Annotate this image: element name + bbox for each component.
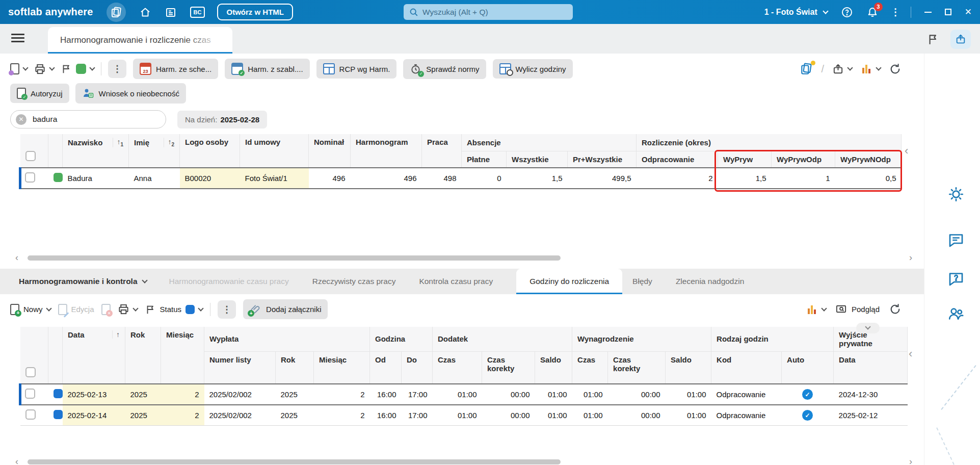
- col-dodatek-czas-korekty[interactable]: Czas korekty: [482, 351, 535, 384]
- col-id-umowy[interactable]: Id umowy: [240, 134, 309, 168]
- print-button[interactable]: [34, 63, 54, 75]
- col-wyprywnodp[interactable]: WyPrywNOdp: [835, 151, 902, 168]
- status-detail-filter[interactable]: Status: [145, 304, 203, 315]
- col-od[interactable]: Od: [370, 351, 402, 384]
- cell-d-korekta[interactable]: 00:00: [482, 384, 535, 405]
- status-filter[interactable]: [61, 63, 94, 74]
- cell-w-korekta[interactable]: 00:00: [608, 384, 666, 405]
- community-icon[interactable]: [947, 304, 965, 323]
- cell-harmonogram[interactable]: 496: [351, 168, 422, 189]
- col-wyjscie-data[interactable]: Data: [834, 351, 908, 384]
- cell-w-rok[interactable]: 2025: [276, 384, 314, 405]
- sprawdz-normy-button[interactable]: ✓ Sprawdź normy: [403, 59, 486, 79]
- cell-kod[interactable]: Odpracowanie: [711, 384, 782, 405]
- minimize-button[interactable]: [924, 12, 932, 13]
- scroll-left-indicator[interactable]: ‹: [905, 145, 908, 157]
- cell-pr-wszystkie[interactable]: 499,5: [568, 168, 637, 189]
- col-wyn-czas[interactable]: Czas: [572, 351, 608, 384]
- close-button[interactable]: ✕: [965, 7, 972, 17]
- cell-data[interactable]: 2025-02-13: [63, 384, 125, 405]
- dodaj-zalaczniki-button[interactable]: + Dodaj załączniki: [243, 299, 328, 319]
- cell-w-miesiac[interactable]: 2: [314, 384, 370, 405]
- cell-wyjscie[interactable]: 2025-02-12: [834, 405, 908, 426]
- cell-w-saldo[interactable]: 01:00: [666, 405, 711, 426]
- col-numer-listy[interactable]: Numer listy: [204, 351, 276, 384]
- tab-zlecenia-nadgodzin[interactable]: Zlecenia nadgodzin: [676, 277, 744, 286]
- hscroll-thumb[interactable]: [28, 459, 561, 464]
- col-harmonogram[interactable]: Harmonogram: [351, 134, 422, 168]
- cell-d-czas[interactable]: 01:00: [433, 405, 482, 426]
- tab-kontrola-czasu[interactable]: Kontrola czasu pracy: [419, 277, 493, 286]
- col-do[interactable]: Do: [402, 351, 433, 384]
- col-wyplata-miesiac[interactable]: Miesiąc: [314, 351, 370, 384]
- col-wyplata-rok[interactable]: Rok: [276, 351, 314, 384]
- col-dodatek-saldo[interactable]: Saldo: [535, 351, 572, 384]
- clear-search-icon[interactable]: ✕: [16, 114, 27, 125]
- col-praca[interactable]: Praca: [422, 134, 462, 168]
- cell-w-rok[interactable]: 2025: [276, 405, 314, 426]
- cell-auto[interactable]: ✓: [782, 384, 834, 405]
- cell-rok[interactable]: 2025: [125, 405, 161, 426]
- detail-more-actions-button[interactable]: ⋮: [218, 300, 236, 319]
- layouts-button[interactable]: [800, 62, 813, 75]
- help-chat-icon[interactable]: [947, 270, 965, 288]
- hscroll-thumb[interactable]: [28, 255, 561, 261]
- open-in-html-button[interactable]: Otwórz w HTML: [217, 4, 293, 20]
- col-rok[interactable]: Rok: [125, 327, 161, 384]
- share-panel-button[interactable]: [950, 30, 971, 49]
- edycja-button[interactable]: Edycja: [58, 304, 94, 315]
- pin-panel-icon[interactable]: [926, 33, 939, 46]
- col-wyn-saldo[interactable]: Saldo: [666, 351, 711, 384]
- cell-data[interactable]: 2025-02-14: [63, 405, 125, 426]
- cell-nominal[interactable]: 496: [309, 168, 351, 189]
- col-dodatek-czas[interactable]: Czas: [433, 351, 482, 384]
- cell-imie[interactable]: Anna: [129, 168, 180, 189]
- new-record-button[interactable]: [10, 63, 28, 74]
- hamburger-menu-button[interactable]: [11, 34, 24, 44]
- chart-view-button[interactable]: [860, 63, 881, 75]
- col-odpracowanie[interactable]: Odpracowanie: [637, 151, 718, 168]
- col-imie[interactable]: Imię↑2: [129, 134, 180, 168]
- cell-numer[interactable]: 2025/02/002: [204, 405, 276, 426]
- col-pr-wszystkie[interactable]: Pr+Wszystkie: [568, 151, 637, 168]
- grid-search[interactable]: ✕: [10, 110, 166, 128]
- row-checkbox[interactable]: [25, 172, 35, 183]
- detail-chart-button[interactable]: [806, 303, 826, 316]
- cell-odpracowanie[interactable]: 2: [637, 168, 718, 189]
- nowy-button[interactable]: + Nowy: [10, 304, 51, 315]
- detail-section-selector[interactable]: Harmonogramowanie i kontrola: [19, 277, 147, 286]
- maximize-button[interactable]: [945, 9, 951, 15]
- cell-auto[interactable]: ✓: [782, 405, 834, 426]
- cell-w-miesiac[interactable]: 2: [314, 405, 370, 426]
- scroll-left-arrow[interactable]: ‹: [15, 252, 18, 263]
- tab-godziny-do-rozliczenia[interactable]: Godziny do rozliczenia: [516, 269, 622, 294]
- podglad-button[interactable]: Podgląd: [835, 303, 880, 315]
- collapse-panel-button[interactable]: [856, 323, 880, 333]
- col-wyn-czas-korekty[interactable]: Czas korekty: [608, 351, 666, 384]
- cell-do[interactable]: 17:00: [402, 384, 433, 405]
- col-kod[interactable]: Kod: [711, 351, 782, 384]
- rcp-wg-harm-button[interactable]: RCP wg Harm.: [316, 59, 397, 79]
- cell-d-korekta[interactable]: 00:00: [482, 405, 535, 426]
- tab-bledy[interactable]: Błędy: [632, 277, 652, 286]
- col-data[interactable]: Data↑: [63, 327, 125, 384]
- global-search[interactable]: [404, 4, 573, 20]
- wniosek-button[interactable]: Wniosek o nieobecność: [75, 83, 186, 104]
- cell-w-korekta[interactable]: 00:00: [608, 405, 666, 426]
- cell-numer[interactable]: 2025/02/002: [204, 384, 276, 405]
- refresh-icon[interactable]: [889, 303, 902, 316]
- cell-kod[interactable]: Odpracowanie: [711, 405, 782, 426]
- cell-wszystkie[interactable]: 1,5: [507, 168, 568, 189]
- ideas-icon[interactable]: [947, 185, 965, 203]
- row-checkbox[interactable]: [25, 409, 36, 420]
- col-logo-osoby[interactable]: Logo osoby: [180, 134, 240, 168]
- more-actions-button[interactable]: ⋮: [108, 60, 126, 78]
- news-button[interactable]: [165, 6, 177, 18]
- cell-d-saldo[interactable]: 01:00: [535, 384, 572, 405]
- scroll-right-arrow[interactable]: ›: [909, 252, 912, 263]
- scroll-left-arrow[interactable]: ‹: [15, 456, 18, 465]
- tab-harmonogramowanie[interactable]: Harmonogramowanie i rozliczenie czas: [48, 27, 232, 54]
- export-button[interactable]: [832, 63, 852, 75]
- grid-search-input[interactable]: [33, 115, 150, 124]
- delete-doc-icon[interactable]: ✕: [101, 304, 111, 315]
